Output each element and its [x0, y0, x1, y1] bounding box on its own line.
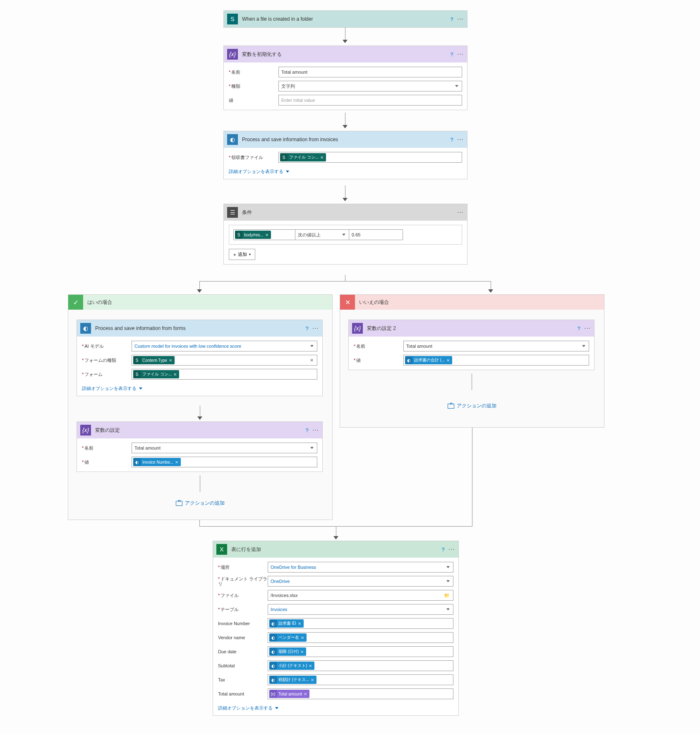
dynamic-token[interactable]: {x}Total amount✕: [269, 690, 309, 698]
menu-icon[interactable]: ···: [585, 326, 591, 331]
set-variable-2-card[interactable]: {x} 変数の設定 2 ? ··· 名前Total amount 値 ◐請求書の…: [348, 320, 595, 370]
help-icon[interactable]: ?: [578, 325, 580, 332]
help-icon[interactable]: ?: [442, 546, 445, 553]
body-res-token[interactable]: Sbody/res...✕: [235, 231, 271, 239]
column-label: Subtotal: [218, 663, 268, 668]
condition-right-input[interactable]: 0.65: [349, 229, 403, 240]
add-condition-button[interactable]: + 追加 ▾: [229, 249, 255, 260]
column-input[interactable]: ◐税額計 (テキス...✕: [268, 674, 453, 685]
condition-icon: ☰: [227, 207, 238, 218]
location-select[interactable]: OneDrive for Business: [268, 562, 453, 573]
name-label: 名前: [82, 445, 132, 451]
process-invoices-card[interactable]: ◐ Process and save information from invo…: [223, 131, 467, 179]
formtype-input[interactable]: SContent-Type✕ ✕: [132, 355, 317, 366]
column-input[interactable]: ◐ベンダー名✕: [268, 632, 453, 643]
column-input[interactable]: ◐請求書 ID✕: [268, 618, 453, 629]
file-content-token[interactable]: Sファイル コン...✕: [280, 153, 326, 161]
variable-icon: {x}: [227, 49, 238, 60]
help-icon[interactable]: ?: [306, 325, 309, 332]
folder-icon[interactable]: 📁: [444, 593, 450, 598]
file-input[interactable]: /Invoices.xlsx📁: [268, 590, 453, 601]
table-select[interactable]: Invoices: [268, 604, 453, 615]
column-label: Invoice Number: [218, 621, 268, 626]
value-label: 値: [229, 97, 278, 103]
invoice-number-token[interactable]: ◐Invoice Numbe...✕: [133, 458, 181, 466]
library-label: ドキュメント ライブラリ: [218, 576, 268, 586]
menu-icon[interactable]: ···: [458, 52, 464, 57]
clear-icon[interactable]: ✕: [310, 358, 314, 363]
column-input[interactable]: ◐期限 (日付)✕: [268, 646, 453, 657]
yes-branch: ✓ はいの場合 ◐ Process and save information f…: [68, 294, 333, 520]
close-icon: ✕: [340, 295, 355, 310]
name-label: 名前: [229, 69, 278, 75]
menu-icon[interactable]: ···: [313, 326, 319, 331]
aibuilder-icon: ◐: [80, 323, 91, 334]
model-label: AI モデル: [82, 343, 132, 349]
library-select[interactable]: OneDrive: [268, 576, 453, 587]
arrow-icon: [197, 289, 202, 293]
condition-card[interactable]: ☰ 条件 ··· Sbody/res...✕ 次の値以上 0.65 + 追加 ▾: [223, 204, 467, 265]
yes-title: はいの場合: [87, 299, 112, 306]
invoice-total-token[interactable]: ◐請求書の合計 (...✕: [405, 356, 452, 364]
dynamic-token[interactable]: ◐ベンダー名✕: [269, 633, 307, 642]
init-variable-card[interactable]: {x} 変数を初期化する ? ··· 名前Total amount 種類文字列 …: [223, 46, 467, 110]
add-action-button[interactable]: アクションの追加: [448, 402, 496, 409]
arrow-icon: [343, 198, 348, 201]
variable-icon: {x}: [352, 323, 363, 334]
name-input[interactable]: Total amount: [278, 67, 462, 77]
dynamic-token[interactable]: ◐税額計 (テキス...✕: [269, 676, 316, 684]
variable-icon: {x}: [80, 425, 91, 436]
arrow-icon: [343, 40, 348, 43]
set-variable-card[interactable]: {x} 変数の設定 ? ··· 名前Total amount 値 ◐Invoic…: [77, 421, 323, 472]
condition-operator-select[interactable]: 次の値以上: [295, 229, 349, 240]
dynamic-token[interactable]: ◐小計 (テキスト)✕: [269, 662, 314, 670]
help-icon[interactable]: ?: [451, 16, 453, 22]
value-input[interactable]: ◐Invoice Numbe...✕: [132, 457, 317, 467]
excel-add-row-card[interactable]: X 表に行を追加 ? ··· 場所OneDrive for Business ド…: [213, 541, 459, 716]
value-input[interactable]: ◐請求書の合計 (...✕: [403, 355, 589, 366]
menu-icon[interactable]: ···: [313, 428, 319, 433]
formtype-label: フォームの種類: [82, 357, 132, 363]
no-branch: ✕ いいえの場合 {x} 変数の設定 2 ? ··· 名前Total amoun…: [340, 294, 604, 428]
arrow-icon: [197, 416, 202, 420]
value-input[interactable]: Enter intial value: [278, 95, 462, 106]
connector: [199, 281, 491, 282]
model-select[interactable]: Custom model for invoices with low confi…: [132, 341, 317, 351]
column-label: Tax: [218, 677, 268, 682]
file-content-token[interactable]: Sファイル コン...✕: [133, 370, 179, 378]
help-icon[interactable]: ?: [306, 427, 309, 433]
show-advanced-link[interactable]: 詳細オプションを表示する: [82, 385, 142, 392]
file-label: ファイル: [218, 592, 268, 599]
help-icon[interactable]: ?: [451, 51, 453, 58]
help-icon[interactable]: ?: [451, 137, 453, 143]
column-label: Due date: [218, 649, 268, 654]
show-advanced-link[interactable]: 詳細オプションを表示する: [229, 168, 289, 175]
dynamic-token[interactable]: ◐請求書 ID✕: [269, 619, 304, 628]
column-input[interactable]: ◐小計 (テキスト)✕: [268, 660, 453, 671]
menu-icon[interactable]: ···: [458, 137, 464, 142]
process-forms-card[interactable]: ◐ Process and save information from form…: [77, 320, 323, 396]
excel-title: 表に行を追加: [231, 546, 442, 553]
name-select[interactable]: Total amount: [132, 443, 317, 453]
show-advanced-link[interactable]: 詳細オプションを表示する: [218, 705, 278, 711]
form-label: フォーム: [82, 371, 132, 378]
arrow-icon: [343, 125, 348, 128]
column-input[interactable]: {x}Total amount✕: [268, 688, 453, 699]
file-input[interactable]: Sファイル コン...✕: [278, 152, 462, 163]
trigger-card[interactable]: S When a file is created in a folder ? ·…: [223, 10, 467, 28]
connector: [345, 275, 345, 281]
excel-icon: X: [216, 544, 227, 555]
add-action-button[interactable]: アクションの追加: [176, 500, 225, 507]
menu-icon[interactable]: ···: [449, 547, 455, 552]
form-input[interactable]: Sファイル コン...✕: [132, 369, 317, 380]
condition-left-input[interactable]: Sbody/res...✕: [233, 229, 295, 240]
content-type-token[interactable]: SContent-Type✕: [133, 356, 175, 364]
column-label: Vendor name: [218, 635, 268, 640]
menu-icon[interactable]: ···: [458, 210, 464, 215]
name-select[interactable]: Total amount: [403, 341, 589, 351]
type-select[interactable]: 文字列: [278, 81, 462, 91]
set-variable-title: 変数の設定: [95, 427, 306, 434]
menu-icon[interactable]: ···: [458, 17, 464, 22]
process-invoices-title: Process and save information from invoic…: [242, 137, 451, 142]
dynamic-token[interactable]: ◐期限 (日付)✕: [269, 647, 306, 656]
